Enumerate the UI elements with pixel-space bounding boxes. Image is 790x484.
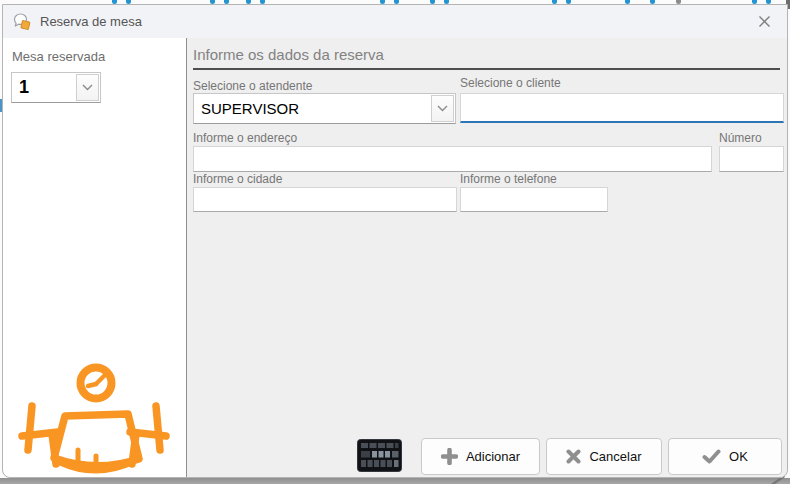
ok-button[interactable]: OK	[668, 438, 782, 475]
close-icon	[758, 15, 771, 28]
header-divider	[193, 68, 780, 70]
phone-input[interactable]	[460, 187, 608, 212]
form-panel: Informe os dados da reserva Selecione o …	[188, 38, 787, 477]
form-header: Informe os dados da reserva	[193, 46, 384, 63]
close-button[interactable]	[753, 11, 775, 33]
x-icon	[566, 449, 581, 464]
chevron-down-icon	[82, 84, 93, 91]
window-title: Reserva de mesa	[40, 14, 753, 29]
add-button-label: Adicionar	[466, 449, 520, 464]
address-input[interactable]	[193, 146, 712, 172]
reserva-de-mesa-dialog: Reserva de mesa Mesa reservada 1	[2, 4, 788, 478]
phone-label: Informe o telefone	[460, 172, 557, 186]
chevron-down-icon	[437, 105, 448, 112]
title-bar: Reserva de mesa	[3, 5, 787, 38]
table-number-select[interactable]: 1	[11, 72, 101, 103]
plus-icon	[441, 448, 458, 465]
number-input[interactable]	[719, 146, 784, 172]
sidebar: Mesa reservada 1	[3, 38, 187, 477]
background-window-edge	[0, 478, 790, 484]
check-icon	[702, 449, 721, 464]
screen: Reserva de mesa Mesa reservada 1	[0, 0, 790, 484]
add-button[interactable]: Adicionar	[421, 438, 540, 475]
number-label: Número	[719, 131, 762, 145]
reservation-bubble-icon	[13, 13, 32, 31]
table-number-value: 1	[12, 73, 75, 102]
attendant-select[interactable]: SUPERVISOR	[193, 93, 456, 124]
virtual-keyboard-button[interactable]	[357, 439, 402, 472]
cancel-button-label: Cancelar	[589, 449, 641, 464]
ok-button-label: OK	[729, 449, 748, 464]
attendant-label: Selecione o atendente	[193, 79, 312, 93]
mesa-reservada-label: Mesa reservada	[12, 49, 105, 64]
client-input[interactable]	[460, 93, 784, 123]
city-label: Informe o cidade	[193, 172, 282, 186]
table-reservation-illustration	[16, 359, 172, 475]
resize-grip[interactable]	[764, 477, 788, 484]
attendant-value: SUPERVISOR	[194, 94, 430, 123]
attendant-dropdown-button[interactable]	[431, 95, 454, 122]
table-number-dropdown-button[interactable]	[76, 74, 99, 101]
keyboard-icon	[357, 439, 402, 472]
client-label: Selecione o cliente	[460, 76, 561, 90]
cancel-button[interactable]: Cancelar	[546, 438, 662, 475]
city-input[interactable]	[193, 187, 457, 212]
address-label: Informe o endereço	[193, 131, 297, 145]
